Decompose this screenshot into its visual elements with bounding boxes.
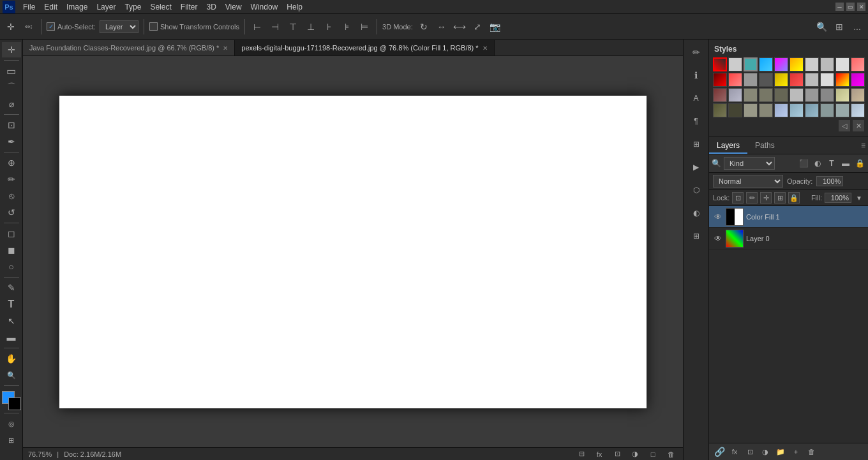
- 3d-scale-button[interactable]: ⤢: [470, 20, 484, 34]
- rectangular-marquee-tool[interactable]: ▭: [2, 63, 21, 78]
- align-center-h-button[interactable]: ⊣: [268, 20, 282, 34]
- spot-healing-tool[interactable]: ⊕: [2, 155, 21, 170]
- style-swatch[interactable]: [713, 103, 727, 117]
- more-options-button[interactable]: ...: [850, 20, 864, 34]
- style-swatch[interactable]: [744, 57, 758, 71]
- arrange-windows-button[interactable]: ⊟: [574, 447, 588, 461]
- style-swatch[interactable]: [728, 103, 742, 117]
- style-swatch[interactable]: [805, 57, 819, 71]
- style-swatch[interactable]: [851, 88, 865, 102]
- link-layers-button[interactable]: 🔗: [713, 445, 726, 458]
- auto-select-checkbox[interactable]: ✓: [47, 22, 55, 31]
- style-swatch[interactable]: [820, 103, 834, 117]
- adjustments-panel-icon[interactable]: ◐: [686, 203, 707, 223]
- 3d-camera-button[interactable]: 📷: [488, 20, 502, 34]
- actions-icon[interactable]: ▶: [686, 157, 707, 177]
- history-brush-tool[interactable]: ↺: [2, 205, 21, 220]
- layer-effects-button[interactable]: fx: [728, 445, 741, 458]
- show-transform-container[interactable]: Show Transform Controls: [149, 22, 239, 31]
- minimize-button[interactable]: ─: [835, 3, 844, 11]
- quick-mask-tool[interactable]: ◎: [2, 416, 21, 431]
- new-adjustment-button[interactable]: ◑: [759, 445, 772, 458]
- layer-color-fill-1[interactable]: 👁 Color Fill 1: [709, 206, 868, 228]
- lasso-tool[interactable]: ⌒: [2, 80, 21, 95]
- style-swatch[interactable]: [820, 57, 834, 71]
- align-distribute-button[interactable]: ⊥: [304, 20, 318, 34]
- style-swatch[interactable]: [789, 57, 804, 71]
- style-swatch[interactable]: [713, 73, 727, 87]
- style-swatch[interactable]: [728, 73, 742, 87]
- style-swatch[interactable]: [851, 103, 865, 117]
- opacity-input[interactable]: [816, 176, 843, 186]
- eyedropper-tool[interactable]: ✒: [2, 134, 21, 149]
- history-icon[interactable]: ⊞: [686, 134, 707, 154]
- menu-type[interactable]: Type: [121, 1, 145, 13]
- blend-mode-select[interactable]: Normal Dissolve Darken Multiply: [713, 175, 783, 188]
- menu-file[interactable]: File: [19, 1, 39, 13]
- style-swatch[interactable]: [759, 88, 773, 102]
- mask-button[interactable]: ⊡: [610, 447, 624, 461]
- style-swatch[interactable]: [851, 73, 865, 87]
- menu-edit[interactable]: Edit: [40, 1, 61, 13]
- filter-adjustment-icon[interactable]: ◐: [812, 158, 823, 169]
- 3d-slide-button[interactable]: ⟷: [453, 20, 467, 34]
- background-color[interactable]: [8, 397, 21, 410]
- workspace-button[interactable]: ⊞: [832, 20, 846, 34]
- 3d-icon[interactable]: ⬡: [686, 180, 707, 200]
- effects-button[interactable]: fx: [592, 447, 606, 461]
- style-swatch[interactable]: [835, 57, 849, 71]
- new-layer-button[interactable]: □: [646, 447, 660, 461]
- close-button[interactable]: ✕: [857, 3, 865, 11]
- new-group-button[interactable]: 📁: [774, 445, 787, 458]
- align-middle-button[interactable]: ⊧: [340, 20, 354, 34]
- fill-input[interactable]: [825, 193, 851, 203]
- layer-0[interactable]: 👁 Layer 0: [709, 228, 868, 249]
- change-screen-mode[interactable]: ⊞: [2, 433, 21, 448]
- brush-panel-icon[interactable]: ✏: [686, 42, 707, 63]
- dodge-tool[interactable]: ○: [2, 259, 21, 274]
- 3d-pan-button[interactable]: ↔: [435, 20, 449, 34]
- style-swatch[interactable]: [759, 73, 773, 87]
- menu-layer[interactable]: Layer: [93, 1, 119, 13]
- auto-select-dropdown[interactable]: Layer Group: [100, 20, 138, 33]
- style-swatch[interactable]: [835, 88, 849, 102]
- styles-back-button[interactable]: ◁: [839, 120, 850, 131]
- style-swatch[interactable]: [851, 57, 865, 71]
- style-swatch[interactable]: [744, 73, 758, 87]
- filter-kind-select[interactable]: Kind Name Effect: [724, 157, 775, 170]
- show-transform-checkbox[interactable]: [149, 22, 158, 31]
- adjustments-button[interactable]: ◑: [628, 447, 642, 461]
- path-select-tool[interactable]: ↖: [2, 313, 21, 329]
- style-swatch[interactable]: [728, 57, 742, 71]
- panel-expand-btn[interactable]: ≡: [858, 138, 868, 154]
- transform-options[interactable]: ⇔↕: [22, 20, 36, 34]
- lock-transparent-button[interactable]: ⊡: [732, 192, 744, 204]
- character-icon[interactable]: A: [686, 88, 707, 108]
- align-top-button[interactable]: ⊦: [322, 20, 336, 34]
- tab-java[interactable]: Java Foundation Classes-Recovered.jpg @ …: [23, 40, 235, 56]
- shape-tool[interactable]: ▬: [2, 330, 21, 345]
- style-swatch[interactable]: [744, 103, 758, 117]
- pen-tool[interactable]: ✎: [2, 280, 21, 295]
- menu-view[interactable]: View: [221, 1, 246, 13]
- lock-artboard-button[interactable]: ⊞: [774, 192, 786, 204]
- tab-layers[interactable]: Layers: [709, 138, 747, 154]
- layer-mask-button[interactable]: ⊡: [744, 445, 756, 458]
- menu-filter[interactable]: Filter: [177, 1, 202, 13]
- gradient-tool[interactable]: ◼: [2, 242, 21, 258]
- new-layer-bottom-button[interactable]: +: [789, 445, 802, 458]
- tab-java-close[interactable]: ✕: [223, 45, 228, 52]
- style-swatch[interactable]: [820, 88, 834, 102]
- menu-image[interactable]: Image: [63, 1, 91, 13]
- styles-delete-button[interactable]: ✕: [853, 120, 864, 131]
- restore-button[interactable]: ▭: [846, 3, 855, 11]
- style-swatch[interactable]: [759, 103, 773, 117]
- style-swatch[interactable]: [713, 88, 727, 102]
- properties-icon[interactable]: ℹ: [686, 65, 707, 85]
- layer-visibility-color-fill-1[interactable]: 👁: [713, 212, 723, 222]
- lock-position-button[interactable]: ✛: [760, 192, 772, 204]
- style-swatch[interactable]: [789, 103, 804, 117]
- move-tool-options[interactable]: ✛: [4, 20, 18, 34]
- crop-tool[interactable]: ⊡: [2, 117, 21, 133]
- style-swatch[interactable]: [774, 103, 788, 117]
